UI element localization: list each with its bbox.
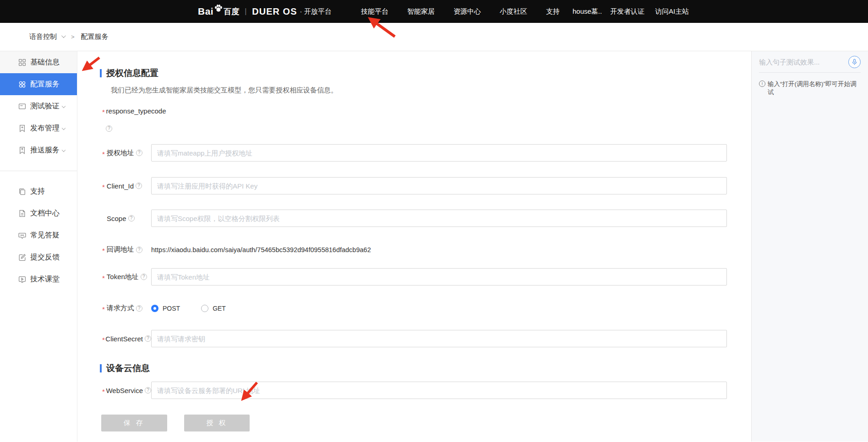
radio-get[interactable]: GET bbox=[201, 305, 226, 312]
sidebar-item-basic-info[interactable]: 基础信息 bbox=[0, 51, 77, 73]
grid-icon bbox=[18, 59, 26, 66]
sidebar-item-push-service[interactable]: 推送服务 bbox=[0, 139, 77, 161]
section-title-device-cloud: 设备云信息 bbox=[100, 362, 751, 374]
baidu-paw-icon bbox=[214, 4, 223, 14]
sidebar-item-config-service[interactable]: 配置服务 bbox=[0, 73, 77, 95]
help-icon[interactable]: ? bbox=[145, 335, 151, 342]
bookmark-plus-icon bbox=[18, 124, 26, 132]
required-asterisk: * bbox=[102, 108, 104, 116]
logo-text-bai: Bai bbox=[198, 6, 213, 17]
help-icon[interactable]: ? bbox=[141, 274, 147, 280]
info-icon: ! bbox=[759, 81, 765, 87]
field-label-text: 请求方式 bbox=[107, 304, 134, 313]
required-asterisk: * bbox=[102, 274, 105, 282]
radio-label: POST bbox=[163, 305, 180, 312]
radio-label: GET bbox=[213, 305, 226, 312]
field-label: * Client_Id ? bbox=[102, 182, 151, 190]
request-method-radio-group: POST GET bbox=[151, 305, 247, 312]
field-label-text: WebService bbox=[106, 387, 143, 394]
chevron-down-icon bbox=[62, 148, 66, 152]
microphone-button[interactable] bbox=[848, 56, 861, 68]
help-icon[interactable]: ? bbox=[136, 305, 142, 312]
page: Bai 百度 | DUER OS · 开放平台 技能平台 智能家居 资源中心 小… bbox=[0, 0, 868, 442]
field-row-webservice: * WebService ? bbox=[102, 382, 751, 399]
visit-ai-site-link[interactable]: 访问AI主站 bbox=[653, 7, 691, 16]
breadcrumb: 语音控制 > 配置服务 bbox=[0, 23, 868, 51]
chevron-down-icon[interactable] bbox=[61, 33, 66, 38]
section-title-text: 设备云信息 bbox=[106, 362, 150, 374]
nav-item-support[interactable]: 支持 bbox=[541, 7, 564, 16]
field-label: * 回调地址 ? bbox=[102, 245, 151, 254]
copy-icon bbox=[18, 188, 26, 195]
sidebar-item-feedback[interactable]: 提交反馈 bbox=[0, 246, 77, 268]
brand-logo[interactable]: Bai 百度 | DUER OS · 开放平台 bbox=[198, 0, 332, 23]
sidebar-item-label: 技术课堂 bbox=[30, 275, 60, 284]
help-icon[interactable]: ? bbox=[128, 215, 135, 221]
test-sentence-input[interactable] bbox=[759, 58, 841, 66]
client-secret-input[interactable] bbox=[151, 330, 727, 347]
field-row-response-type: * response_type code bbox=[102, 107, 751, 115]
user-account-menu[interactable]: house墓... bbox=[573, 7, 602, 16]
nav-item-skill-platform[interactable]: 技能平台 bbox=[356, 7, 393, 16]
sidebar-item-label: 支持 bbox=[30, 187, 45, 196]
field-label: * Token地址 ? bbox=[102, 273, 151, 281]
help-icon[interactable]: ? bbox=[145, 387, 151, 393]
form-actions: 保 存 授 权 bbox=[101, 415, 751, 431]
sidebar-item-doc-center[interactable]: 文档中心 bbox=[0, 202, 77, 224]
breadcrumb-separator: > bbox=[71, 33, 75, 40]
webservice-url-input[interactable] bbox=[151, 382, 727, 399]
chevron-down-icon bbox=[62, 126, 66, 130]
field-label: * 请求方式 ? bbox=[102, 304, 151, 313]
save-button[interactable]: 保 存 bbox=[101, 415, 167, 431]
breadcrumb-parent[interactable]: 语音控制 bbox=[29, 32, 57, 41]
card-icon bbox=[18, 102, 26, 110]
field-label-text: 回调地址 bbox=[107, 245, 134, 254]
radio-post[interactable]: POST bbox=[151, 305, 180, 312]
video-icon bbox=[18, 275, 26, 283]
field-row-callback: * 回调地址 ? https://xiaodu.baidu.com/saiya/… bbox=[102, 245, 751, 254]
sidebar-divider bbox=[0, 171, 77, 171]
help-icon[interactable]: ? bbox=[106, 125, 112, 132]
section-title-text: 授权信息配置 bbox=[106, 67, 158, 79]
field-label-text: response_type bbox=[106, 107, 151, 115]
top-navbar: Bai 百度 | DUER OS · 开放平台 技能平台 智能家居 资源中心 小… bbox=[0, 0, 868, 23]
chat-icon bbox=[18, 232, 26, 239]
sidebar-item-tech-class[interactable]: 技术课堂 bbox=[0, 268, 77, 290]
sidebar-item-test-verify[interactable]: 测试验证 bbox=[0, 95, 77, 117]
token-address-input[interactable] bbox=[151, 268, 727, 286]
sidebar-item-support[interactable]: 支持 bbox=[0, 180, 77, 202]
nav-item-xiaodu-community[interactable]: 小度社区 bbox=[495, 7, 532, 16]
test-input-row bbox=[759, 56, 861, 73]
help-icon[interactable]: ? bbox=[136, 150, 142, 156]
field-label-text: ClientSecret bbox=[105, 335, 143, 343]
nav-item-resource-center[interactable]: 资源中心 bbox=[449, 7, 486, 16]
client-id-input[interactable] bbox=[151, 177, 727, 194]
document-icon bbox=[18, 210, 26, 217]
sidebar-item-publish-manage[interactable]: 发布管理 bbox=[0, 117, 77, 139]
authorize-button[interactable]: 授 权 bbox=[184, 415, 250, 431]
help-icon[interactable]: ? bbox=[136, 247, 142, 253]
sidebar-item-label: 文档中心 bbox=[30, 209, 60, 218]
developer-verify-link[interactable]: 开发者认证 bbox=[608, 7, 647, 16]
field-label: * WebService ? bbox=[102, 387, 151, 394]
required-asterisk: * bbox=[102, 388, 104, 395]
help-icon[interactable]: ? bbox=[136, 183, 142, 189]
section-accent-bar bbox=[100, 364, 102, 372]
field-label-text: Scope bbox=[107, 215, 126, 222]
sidebar-item-faq[interactable]: 常见答疑 bbox=[0, 224, 77, 246]
callback-url-value: https://xiaodu.baidu.com/saiya/auth/7546… bbox=[151, 246, 371, 253]
sidebar: 基础信息 配置服务 测试验证 bbox=[0, 51, 77, 442]
nav-item-smart-home[interactable]: 智能家居 bbox=[403, 7, 439, 16]
section-title-auth: 授权信息配置 bbox=[100, 67, 751, 79]
scope-input[interactable] bbox=[151, 210, 727, 227]
sidebar-item-label: 推送服务 bbox=[30, 146, 60, 155]
clover-icon bbox=[18, 81, 26, 88]
auth-address-input[interactable] bbox=[151, 144, 727, 162]
radio-unselected-icon bbox=[201, 305, 208, 312]
sidebar-item-label: 提交反馈 bbox=[30, 253, 60, 262]
required-asterisk: * bbox=[102, 150, 105, 158]
sidebar-item-label: 发布管理 bbox=[30, 124, 60, 133]
main-form: 授权信息配置 我们已经为您生成智能家居类技能交互模型，您只需要授权相应设备信息。… bbox=[77, 51, 751, 442]
logo-divider: | bbox=[245, 7, 246, 16]
navbar-right: house墓... 开发者认证 访问AI主站 bbox=[573, 0, 691, 23]
